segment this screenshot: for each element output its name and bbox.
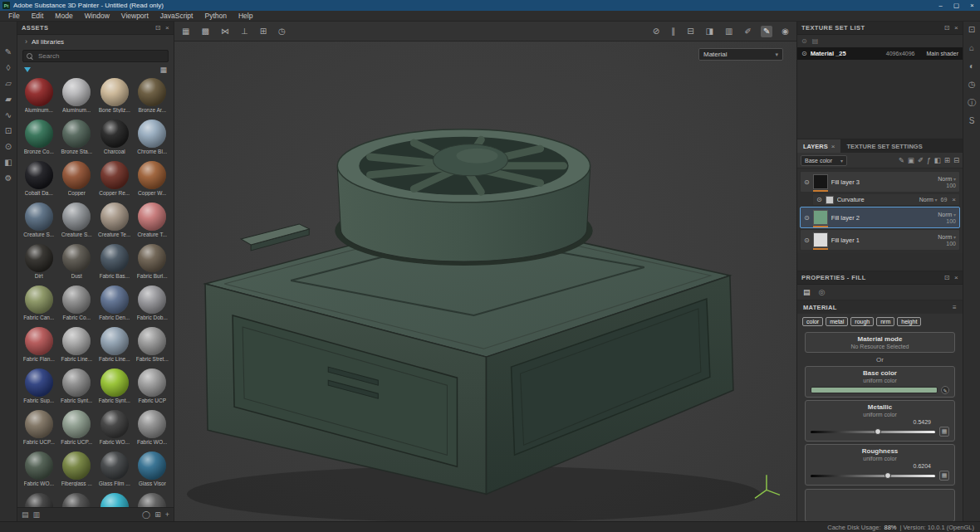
visibility-eye-icon[interactable]: ⊙ <box>816 196 822 203</box>
minimize-button[interactable]: – <box>933 0 948 11</box>
visibility-toggle-icon[interactable]: ⊘ <box>650 26 662 37</box>
visibility-eye-icon[interactable]: ⊙ <box>804 237 810 244</box>
material-item[interactable]: Copper <box>58 161 96 203</box>
texture-set-row[interactable]: ⊙ Material _25 4096x4096 Main shader <box>797 47 963 60</box>
viewport-mode-dropdown[interactable]: Material <box>698 48 783 61</box>
camera-icon[interactable]: ◉ <box>779 26 791 37</box>
section-menu-icon[interactable]: ≡ <box>953 304 957 311</box>
paint-tool-icon[interactable]: ✎ <box>5 48 12 56</box>
close-button[interactable]: × <box>964 0 980 11</box>
material-item[interactable]: Aluminum... <box>58 78 96 120</box>
material-item[interactable]: Bronze Co... <box>20 120 57 161</box>
close-panel-icon[interactable]: × <box>165 24 169 32</box>
visibility-eye-icon[interactable]: ⊙ <box>804 178 810 186</box>
add-folder-icon[interactable]: ⊞ <box>944 156 950 164</box>
layer-thumbnail[interactable] <box>813 174 828 189</box>
pause-engine-icon[interactable]: ∥ <box>669 26 678 37</box>
texture-set-shader[interactable]: Main shader <box>926 51 958 56</box>
material-item[interactable]: Fiberglass ... <box>58 451 96 493</box>
roughness-slider[interactable] <box>811 475 935 477</box>
settings-tool-icon[interactable]: ⚙ <box>5 174 12 183</box>
slider-handle[interactable] <box>884 472 891 479</box>
material-item[interactable] <box>96 493 133 507</box>
quick-mask-icon[interactable]: ◧ <box>4 159 12 167</box>
opacity-value[interactable]: 69 <box>941 197 948 203</box>
material-item[interactable]: Bronze Ar... <box>134 78 171 120</box>
material-mode-box[interactable]: Material mode No Resource Selected <box>805 332 955 353</box>
blend-mode-dropdown[interactable]: Norm <box>938 212 956 217</box>
material-item[interactable]: Fabric Synt... <box>58 368 96 410</box>
eye-icon[interactable]: ⊙ <box>801 37 807 45</box>
add-paint-icon[interactable]: ✎ <box>899 156 904 164</box>
visibility-eye-icon[interactable]: ⊙ <box>804 214 810 222</box>
material-item[interactable] <box>20 493 57 507</box>
viewport-3d[interactable]: Material <box>174 41 796 521</box>
stack-icon[interactable]: ⊟ <box>684 26 696 37</box>
material-item[interactable]: Fabric Can... <box>20 286 57 327</box>
opacity-value[interactable]: 100 <box>946 241 956 246</box>
blend-mode-dropdown[interactable]: Norm <box>919 197 938 203</box>
blend-mode-dropdown[interactable]: Norm <box>938 176 956 182</box>
add-frame-icon[interactable]: ⊞ <box>257 26 269 37</box>
layer-row[interactable]: ⊙ Fill layer 1 Norm 100 <box>800 229 960 251</box>
add-generator-icon[interactable]: ƒ <box>927 156 931 164</box>
material-item[interactable]: Dust <box>58 244 96 286</box>
menu-item[interactable]: Edit <box>26 12 50 20</box>
record-icon[interactable]: ◯ <box>142 510 150 519</box>
delete-layer-icon[interactable]: ⊟ <box>953 156 959 164</box>
material-item[interactable]: Bronze Sta... <box>58 120 96 161</box>
brush-tool-icon[interactable]: ✎ <box>761 26 772 37</box>
lazy-mouse-icon[interactable]: ✐ <box>742 26 753 37</box>
channel-filter-dropdown[interactable]: Base color <box>801 155 847 166</box>
menu-item[interactable]: JavaScript <box>154 12 199 20</box>
info-icon[interactable]: ⓘ <box>968 99 976 107</box>
channel-toggle-button[interactable]: height <box>897 317 921 326</box>
material-item[interactable]: Fabric Line... <box>58 327 96 368</box>
new-resource-icon[interactable]: ⊞ <box>154 510 161 519</box>
material-item[interactable]: Fabric UCP... <box>58 410 96 451</box>
properties-tab-icon[interactable]: ▤ <box>803 288 811 296</box>
polygon-fill-tool-icon[interactable]: ▰ <box>5 95 12 104</box>
display-settings-icon[interactable]: ▥ <box>723 26 735 37</box>
material-item[interactable]: Copper W... <box>134 161 171 203</box>
grid-view-icon[interactable]: ▦ <box>159 66 167 74</box>
dock-panel-icon[interactable]: ⊡ <box>944 24 950 32</box>
menu-item[interactable]: Window <box>79 12 115 20</box>
material-item[interactable]: Fabric Line... <box>96 327 133 368</box>
layer-row[interactable]: ⊙ Fill layer 2 Norm 100 <box>800 207 960 228</box>
channel-toggle-button[interactable]: color <box>802 317 823 326</box>
metallic-value[interactable]: 0.5429 <box>811 419 949 425</box>
material-item[interactable]: Fabric Co... <box>58 286 96 327</box>
viewport-3d-canvas[interactable] <box>174 41 796 521</box>
opacity-value[interactable]: 100 <box>946 183 956 188</box>
base-color-swatch[interactable] <box>811 387 938 393</box>
menu-item[interactable]: Help <box>233 12 258 20</box>
close-icon[interactable]: × <box>831 143 835 150</box>
library-selector[interactable]: › All libraries <box>17 35 174 48</box>
material-item[interactable]: Glass Visor <box>134 451 171 493</box>
tab-texture-set-settings[interactable]: TEXTURE SET SETTINGS <box>840 139 928 153</box>
symmetry-icon[interactable]: ⋈ <box>218 26 232 37</box>
material-view-icon[interactable]: ▦ <box>179 26 192 37</box>
smudge-tool-icon[interactable]: ∿ <box>5 111 12 120</box>
material-item[interactable]: Fabric Dob... <box>134 286 171 327</box>
opacity-value[interactable]: 100 <box>946 218 956 224</box>
channel-toggle-button[interactable]: metal <box>826 317 848 326</box>
menu-item[interactable]: Python <box>198 12 232 20</box>
clone-tool-icon[interactable]: ⊡ <box>5 127 12 135</box>
dock-panel-icon[interactable]: ⊡ <box>968 26 975 34</box>
material-item[interactable]: Fabric WO... <box>20 451 57 493</box>
add-effect-icon[interactable]: ✐ <box>918 156 924 164</box>
material-item[interactable]: Aluminum... <box>20 78 57 120</box>
material-item[interactable]: Bone Styliz... <box>96 78 133 120</box>
channel-toggle-button[interactable]: rough <box>850 317 874 326</box>
list-filter-icon[interactable]: ▤ <box>812 37 819 45</box>
fill-mode-icon[interactable]: ◨ <box>703 26 716 37</box>
menu-item[interactable]: File <box>2 12 26 20</box>
close-panel-icon[interactable]: × <box>954 274 958 281</box>
dock-panel-icon[interactable]: ⊡ <box>155 24 161 32</box>
symmetry-axis-icon[interactable]: ⊥ <box>238 26 251 37</box>
history-panel-icon[interactable]: ◷ <box>968 81 976 89</box>
material-item[interactable] <box>58 493 96 507</box>
maximize-button[interactable]: ▢ <box>948 0 964 11</box>
